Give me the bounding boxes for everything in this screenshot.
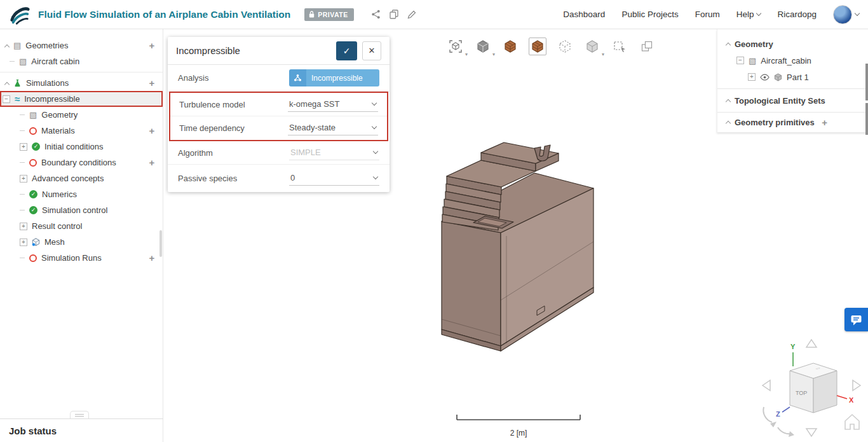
- tree-item-mesh[interactable]: + Mesh: [0, 234, 163, 250]
- home-view-icon[interactable]: [845, 415, 859, 429]
- navigation-cube-widget[interactable]: TOP ≈≈ Y X Z: [755, 332, 868, 441]
- fit-view-icon[interactable]: ▾: [447, 38, 465, 55]
- wireframe-cube-icon[interactable]: [556, 38, 574, 55]
- right-panel-scrollbar[interactable]: [865, 103, 868, 135]
- status-incomplete-icon: [29, 159, 37, 167]
- rotate-right-arrow[interactable]: [853, 380, 860, 390]
- layers-icon[interactable]: [638, 38, 656, 55]
- tree-connector: [20, 162, 25, 163]
- expand-box-icon[interactable]: +: [20, 175, 27, 183]
- tree-item-simulation-runs[interactable]: Simulation Runs +: [0, 250, 163, 266]
- confirm-button[interactable]: ✓: [336, 41, 357, 60]
- add-boundary-condition-button[interactable]: +: [146, 157, 158, 168]
- nav-public-projects[interactable]: Public Projects: [621, 10, 678, 19]
- add-geometry-button[interactable]: +: [146, 40, 158, 51]
- share-icon[interactable]: [371, 10, 381, 19]
- cube-face-label: TOP: [796, 390, 807, 396]
- tree-item-numerics[interactable]: ✓ Numerics: [0, 186, 163, 202]
- collapse-box-icon[interactable]: −: [736, 57, 744, 64]
- surface-cube-icon[interactable]: ▾: [583, 38, 601, 55]
- chevron-down-icon: [372, 124, 377, 129]
- mesh-icon: [32, 238, 40, 246]
- passive-species-select[interactable]: 0: [289, 171, 379, 186]
- right-panel-scrollbar[interactable]: [865, 64, 868, 100]
- user-menu[interactable]: [833, 5, 859, 24]
- add-material-button[interactable]: +: [146, 125, 158, 136]
- solid-cube-icon[interactable]: ▾: [474, 38, 492, 55]
- geometry-primitives-header[interactable]: Geometry primitives +: [717, 116, 868, 132]
- tree-connector: [10, 61, 15, 62]
- top-nav: Dashboard Public Projects Forum Help Ric…: [563, 5, 859, 24]
- tree-label: Simulation control: [42, 205, 158, 215]
- nav-dashboard[interactable]: Dashboard: [563, 10, 605, 19]
- nav-help[interactable]: Help: [736, 10, 761, 19]
- sidebar-collapse-handle[interactable]: [70, 411, 89, 418]
- support-chat-button[interactable]: [844, 308, 868, 331]
- box-select-icon[interactable]: [611, 38, 628, 55]
- tree-label: Mesh: [44, 237, 158, 247]
- geometry-file-icon: ▧: [19, 57, 27, 66]
- geometry-item-part-1[interactable]: + Part 1: [717, 69, 868, 85]
- topological-entity-sets-header[interactable]: Topological Entity Sets: [717, 92, 868, 109]
- chevron-down-icon: [372, 100, 377, 105]
- close-button[interactable]: ✕: [362, 41, 381, 60]
- collapse-box-icon[interactable]: −: [3, 95, 10, 103]
- tree-label: Simulations: [26, 78, 142, 88]
- roll-ccw-arrow[interactable]: [763, 407, 772, 422]
- tree-item-materials[interactable]: Materials +: [0, 123, 163, 139]
- mesh-cube-active-icon[interactable]: [529, 38, 546, 55]
- tree-item-advanced-concepts[interactable]: + Advanced concepts: [0, 170, 163, 186]
- add-simulation-run-button[interactable]: +: [146, 252, 158, 263]
- tree-label: Incompressible: [24, 94, 156, 104]
- app-logo-icon[interactable]: [9, 4, 31, 25]
- chevron-down-icon: [373, 148, 378, 153]
- tree-item-incompressible[interactable]: − ≈ Incompressible: [0, 91, 163, 107]
- tree-item-geometry[interactable]: ▧ Geometry: [0, 107, 163, 123]
- turbulence-model-select[interactable]: k-omega SST: [288, 97, 378, 112]
- geometry-item-aircraft-cabin[interactable]: − ▧ Aircraft_cabin: [717, 52, 868, 69]
- analysis-row: Analysis Incompressible: [168, 65, 390, 92]
- expand-box-icon[interactable]: +: [20, 238, 27, 246]
- tree-label: Simulation Runs: [41, 253, 142, 263]
- geometry-section-header[interactable]: Geometry: [717, 36, 868, 52]
- tree-item-simulations[interactable]: Simulations +: [0, 75, 163, 91]
- nav-username[interactable]: Ricardopg: [777, 10, 817, 19]
- tree-item-initial-conditions[interactable]: + ✓ Initial conditions: [0, 139, 163, 155]
- cabin-3d-model[interactable]: [410, 127, 607, 356]
- tree-item-geometries[interactable]: ▤ Geometries +: [0, 38, 163, 53]
- tree-connector: [20, 114, 25, 115]
- turbulence-model-row: Turbulence model k-omega SST: [170, 93, 387, 116]
- expand-box-icon[interactable]: +: [20, 143, 27, 151]
- privacy-badge-label: PRIVATE: [318, 11, 348, 18]
- mesh-cube-icon[interactable]: [501, 38, 519, 55]
- expand-box-icon[interactable]: +: [748, 73, 756, 81]
- chevron-down-icon: [756, 11, 761, 16]
- add-primitive-button[interactable]: +: [819, 117, 831, 128]
- edit-pencil-icon[interactable]: [407, 10, 416, 19]
- expand-box-icon[interactable]: +: [20, 223, 27, 230]
- rotate-up-arrow[interactable]: [806, 340, 817, 347]
- tree-item-aircraft-cabin[interactable]: ▧ Aircraft cabin: [0, 53, 163, 69]
- avatar[interactable]: [833, 5, 852, 24]
- item-label: Aircraft_cabin: [761, 56, 811, 66]
- visibility-eye-icon[interactable]: [760, 74, 770, 81]
- simulation-name-input[interactable]: Incompressible: [176, 45, 331, 56]
- rotate-left-arrow[interactable]: [763, 380, 770, 390]
- add-simulation-button[interactable]: +: [146, 78, 158, 88]
- time-dependency-select[interactable]: Steady-state: [288, 121, 378, 135]
- tree-item-simulation-control[interactable]: ✓ Simulation control: [0, 202, 163, 218]
- tree-label: Numerics: [42, 190, 158, 199]
- rotate-down-arrow[interactable]: [806, 429, 817, 436]
- nav-forum[interactable]: Forum: [695, 10, 720, 19]
- sidebar-scrollbar[interactable]: [159, 230, 162, 257]
- job-status-bar[interactable]: Job status: [0, 418, 163, 442]
- algorithm-select[interactable]: SIMPLE: [289, 146, 379, 160]
- copy-icon[interactable]: [390, 10, 398, 19]
- time-dependency-row: Time dependency Steady-state: [170, 116, 387, 140]
- view-cube[interactable]: TOP ≈≈: [790, 363, 837, 413]
- analysis-type-button[interactable]: Incompressible: [289, 69, 379, 86]
- tree-connector: [20, 210, 25, 211]
- tree-item-result-control[interactable]: + Result control: [0, 218, 163, 234]
- chevron-up-icon: [726, 43, 731, 48]
- tree-item-boundary-conditions[interactable]: Boundary conditions +: [0, 155, 163, 170]
